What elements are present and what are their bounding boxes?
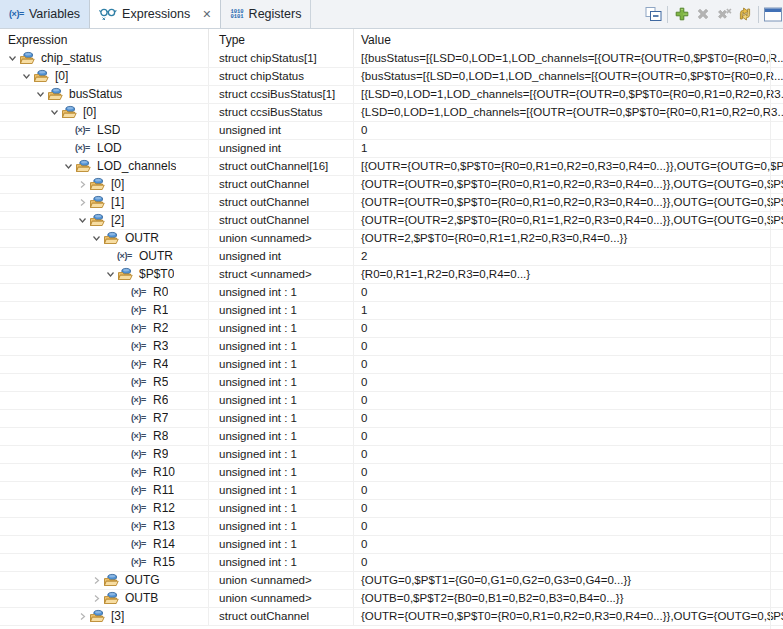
expression-label: R0 — [151, 284, 168, 301]
table-row[interactable]: [1] struct outChannel {OUTR={OUTR=0,$P$T… — [0, 194, 783, 212]
table-row[interactable]: OUTB union <unnamed> {OUTB=0,$P$T2={B0=0… — [0, 590, 783, 608]
table-row[interactable]: LOD_channels struct outChannel[16] [{OUT… — [0, 158, 783, 176]
chevron-expanded-icon — [50, 108, 59, 117]
table-row[interactable]: busStatus struct ccsiBusStatus[1] [{LSD=… — [0, 86, 783, 104]
expand-toggle[interactable] — [90, 572, 103, 589]
value-cell: 0 — [353, 122, 783, 139]
chevron-spacer — [62, 140, 75, 157]
expand-toggle[interactable] — [6, 50, 19, 67]
struct-icon — [89, 195, 105, 210]
table-row[interactable]: [0] struct ccsiBusStatus {LSD=0,LOD=1,LO… — [0, 104, 783, 122]
table-row[interactable]: OUTR union <unnamed> {OUTR=2,$P$T0={R0=0… — [0, 230, 783, 248]
table-row[interactable]: chip_status struct chipStatus[1] [{busSt… — [0, 50, 783, 68]
table-row[interactable]: (×)= R6 unsigned int : 1 0 — [0, 392, 783, 410]
variable-icon: (×)= — [131, 356, 146, 373]
chevron-collapsed-icon — [92, 576, 101, 585]
expand-toggle[interactable] — [90, 590, 103, 607]
expression-cell: (×)= R13 — [0, 518, 208, 535]
collapse-all-button[interactable] — [643, 3, 664, 25]
value-cell: {OUTR=2,$P$T0={R0=0,R1=1,R2=0,R3=0,R4=0.… — [353, 230, 783, 247]
variable-icon: (×)= — [131, 338, 146, 355]
table-row[interactable]: (×)= R1 unsigned int : 1 1 — [0, 302, 783, 320]
expression-cell: OUTB — [0, 590, 208, 607]
close-icon[interactable]: ✕ — [202, 9, 211, 20]
table-row[interactable]: (×)= R10 unsigned int : 1 0 — [0, 464, 783, 482]
expand-toggle[interactable] — [90, 230, 103, 247]
remove-expression-button[interactable] — [692, 3, 713, 25]
expression-label: LOD — [95, 140, 122, 157]
table-row[interactable]: (×)= R11 unsigned int : 1 0 — [0, 482, 783, 500]
table-row[interactable]: [3] struct outChannel {OUTR={OUTR=0,$P$T… — [0, 608, 783, 626]
value-cell: {OUTR={OUTR=2,$P$T0={R0=0,R1=1,R2=0,R3=0… — [353, 212, 783, 229]
table-row[interactable]: (×)= OUTR unsigned int 2 — [0, 248, 783, 266]
struct-icon-slot — [19, 50, 39, 67]
tab-variables[interactable]: (×)=Variables — [0, 0, 89, 28]
remove-all-expressions-button[interactable] — [713, 3, 734, 25]
variable-icon-slot: (×)= — [75, 122, 95, 139]
type-cell: unsigned int : 1 — [208, 464, 353, 481]
expression-cell: (×)= LOD — [0, 140, 208, 157]
column-header-type[interactable]: Type — [208, 29, 353, 50]
table-row[interactable]: (×)= R12 unsigned int : 1 0 — [0, 500, 783, 518]
table-row[interactable]: [0] struct outChannel {OUTR={OUTR=0,$P$T… — [0, 176, 783, 194]
variable-icon-slot: (×)= — [131, 518, 151, 535]
expand-toggle[interactable] — [76, 176, 89, 193]
struct-icon-slot — [103, 590, 123, 607]
table-row[interactable]: (×)= LOD unsigned int 1 — [0, 140, 783, 158]
view-menu-button[interactable] — [762, 3, 783, 25]
expand-toggle[interactable] — [34, 86, 47, 103]
expression-label: R12 — [151, 500, 175, 517]
table-row[interactable]: (×)= R0 unsigned int : 1 0 — [0, 284, 783, 302]
table-row[interactable]: [0] struct chipStatus {busStatus=[{LSD=0… — [0, 68, 783, 86]
table-row[interactable]: (×)= R13 unsigned int : 1 0 — [0, 518, 783, 536]
expand-toggle[interactable] — [48, 104, 61, 121]
tab-registers[interactable]: 10100101Registers — [221, 0, 311, 28]
expression-label: R8 — [151, 428, 168, 445]
expand-toggle[interactable] — [62, 158, 75, 175]
table-row[interactable]: (×)= R2 unsigned int : 1 0 — [0, 320, 783, 338]
tab-label: Registers — [249, 7, 302, 21]
value-cell: 0 — [353, 392, 783, 409]
table-row[interactable]: $P$T0 struct <unnamed> {R0=0,R1=1,R2=0,R… — [0, 266, 783, 284]
add-expression-button[interactable] — [671, 3, 692, 25]
expand-toggle[interactable] — [76, 194, 89, 211]
table-row[interactable]: (×)= R8 unsigned int : 1 0 — [0, 428, 783, 446]
expression-label: R4 — [151, 356, 168, 373]
expand-toggle[interactable] — [76, 608, 89, 625]
table-row[interactable]: [2] struct outChannel {OUTR={OUTR=2,$P$T… — [0, 212, 783, 230]
expression-cell: (×)= R3 — [0, 338, 208, 355]
expression-cell: (×)= LSD — [0, 122, 208, 139]
chevron-collapsed-icon — [92, 594, 101, 603]
chevron-collapsed-icon — [78, 180, 87, 189]
variable-icon: (×)= — [131, 482, 146, 499]
expressions-view: (×)=VariablesExpressions✕10100101Registe… — [0, 0, 783, 629]
variable-icon: (×)= — [131, 464, 146, 481]
refresh-button[interactable] — [734, 3, 755, 25]
table-row[interactable]: (×)= LSD unsigned int 0 — [0, 122, 783, 140]
value-cell: 0 — [353, 500, 783, 517]
table-row[interactable]: (×)= R15 unsigned int : 1 0 — [0, 554, 783, 572]
table-row[interactable]: (×)= R5 unsigned int : 1 0 — [0, 374, 783, 392]
column-header-expression[interactable]: Expression — [0, 29, 208, 50]
expression-label: R7 — [151, 410, 168, 427]
table-row[interactable]: (×)= R9 unsigned int : 1 0 — [0, 446, 783, 464]
chevron-expanded-icon — [92, 234, 101, 243]
expand-toggle[interactable] — [20, 68, 33, 85]
table-row[interactable]: (×)= R4 unsigned int : 1 0 — [0, 356, 783, 374]
tab-expressions[interactable]: Expressions✕ — [89, 0, 221, 28]
table-row[interactable]: OUTG union <unnamed> {OUTG=0,$P$T1={G0=0… — [0, 572, 783, 590]
expression-cell: (×)= R7 — [0, 410, 208, 427]
expression-label: LSD — [95, 122, 120, 139]
value-cell: 0 — [353, 554, 783, 571]
toolbar-separator — [667, 6, 668, 23]
expression-cell: [2] — [0, 212, 208, 229]
struct-icon — [75, 159, 91, 174]
expand-toggle[interactable] — [76, 212, 89, 229]
column-header-value[interactable]: Value — [353, 29, 783, 50]
expression-cell: (×)= R11 — [0, 482, 208, 499]
table-row[interactable]: (×)= R7 unsigned int : 1 0 — [0, 410, 783, 428]
expand-toggle[interactable] — [104, 266, 117, 283]
table-row[interactable]: (×)= R14 unsigned int : 1 0 — [0, 536, 783, 554]
table-row[interactable]: (×)= R3 unsigned int : 1 0 — [0, 338, 783, 356]
variable-icon: (×)= — [131, 374, 146, 391]
